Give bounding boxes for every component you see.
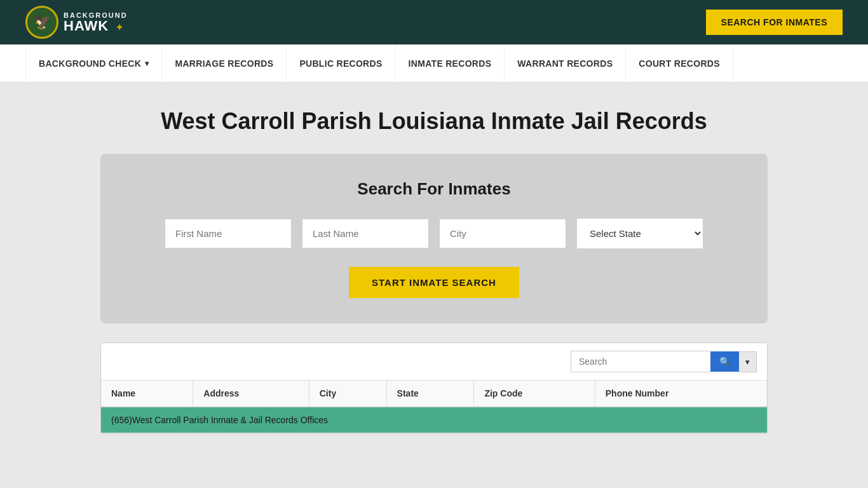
search-form-box: Search For Inmates Select State Alabama … [100, 154, 768, 323]
table-row[interactable]: (656)West Carroll Parish Inmate & Jail R… [101, 407, 767, 433]
col-zip: Zip Code [474, 381, 595, 407]
state-select[interactable]: Select State Alabama Alaska Arizona Arka… [576, 218, 703, 249]
search-form-title: Search For Inmates [139, 179, 729, 199]
data-table: Name Address City State Zip Code Phone N… [101, 381, 767, 433]
nav-item-inmate-records[interactable]: INMATE RECORDS [396, 44, 505, 83]
search-fields-row: Select State Alabama Alaska Arizona Arka… [139, 218, 729, 249]
table-body: (656)West Carroll Parish Inmate & Jail R… [101, 407, 767, 433]
chevron-down-icon: ▾ [745, 357, 750, 367]
nav-item-court-records[interactable]: COURT RECORDS [626, 44, 733, 83]
col-address: Address [193, 381, 309, 407]
start-inmate-search-button[interactable]: START INMATE SEARCH [349, 267, 519, 298]
nav-bar: BACKGROUND CHECK ▾ MARRIAGE RECORDS PUBL… [0, 44, 868, 83]
city-input[interactable] [439, 219, 566, 248]
search-for-inmates-button[interactable]: SEARCH FOR INMATES [706, 10, 843, 35]
table-header: Name Address City State Zip Code Phone N… [101, 381, 767, 407]
chevron-down-icon: ▾ [145, 59, 149, 68]
table-search-button[interactable]: 🔍 [710, 351, 739, 372]
cell-name: (656)West Carroll Parish Inmate & Jail R… [101, 407, 767, 433]
table-toolbar: 🔍 ▾ [101, 343, 767, 381]
table-dropdown-button[interactable]: ▾ [739, 351, 757, 372]
first-name-input[interactable] [165, 219, 292, 248]
logo[interactable]: BACKGROUND HAWK ✦ [25, 6, 128, 39]
search-btn-container: START INMATE SEARCH [139, 267, 729, 298]
nav-item-warrant-records[interactable]: WARRANT RECORDS [505, 44, 626, 83]
last-name-input[interactable] [302, 219, 429, 248]
page-title: West Carroll Parish Louisiana Inmate Jai… [25, 108, 843, 135]
logo-text: BACKGROUND HAWK ✦ [64, 11, 128, 33]
nav-item-marriage-records[interactable]: MARRIAGE RECORDS [162, 44, 287, 83]
main-content: West Carroll Parish Louisiana Inmate Jai… [0, 83, 868, 488]
col-city: City [309, 381, 386, 407]
nav-item-background-check[interactable]: BACKGROUND CHECK ▾ [25, 44, 162, 83]
table-header-row: Name Address City State Zip Code Phone N… [101, 381, 767, 407]
logo-bottom-text: HAWK ✦ [64, 19, 128, 33]
search-icon: 🔍 [719, 356, 730, 367]
header: BACKGROUND HAWK ✦ SEARCH FOR INMATES [0, 0, 868, 44]
table-section: 🔍 ▾ Name Address City State Zip Code Pho… [100, 342, 768, 434]
logo-icon [25, 6, 58, 39]
col-state: State [386, 381, 474, 407]
nav-item-public-records[interactable]: PUBLIC RECORDS [287, 44, 395, 83]
table-search-input[interactable] [571, 351, 710, 372]
col-name: Name [101, 381, 193, 407]
col-phone: Phone Number [595, 381, 767, 407]
